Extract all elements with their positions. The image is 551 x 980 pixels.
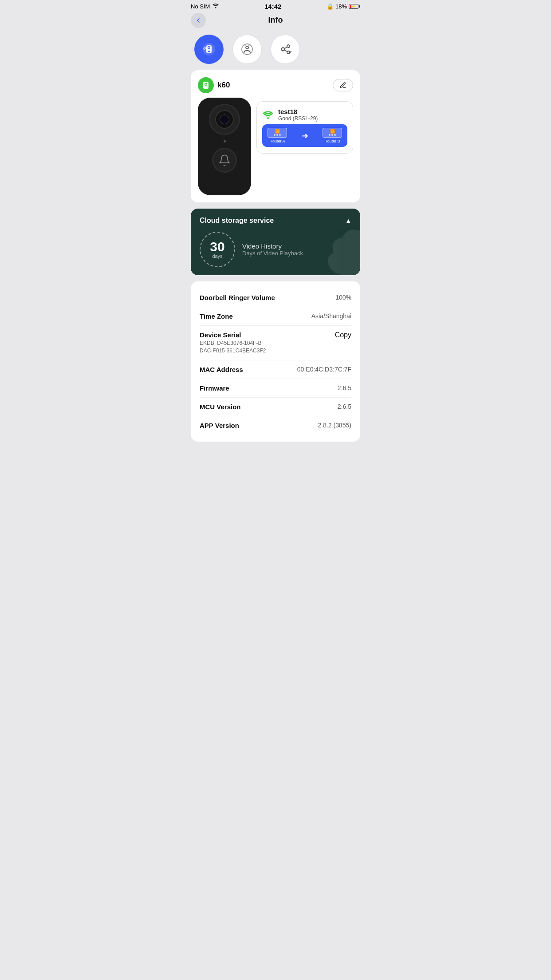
edit-button[interactable] bbox=[333, 79, 353, 91]
info-label: Time Zone bbox=[200, 312, 311, 320]
info-label-col: Doorbell Ringer Volume bbox=[200, 294, 335, 301]
svg-point-4 bbox=[208, 51, 210, 52]
days-label: days bbox=[212, 253, 222, 259]
info-label-col: APP Version bbox=[200, 422, 318, 429]
svg-point-9 bbox=[282, 48, 285, 51]
info-value: Asia/Shanghai bbox=[311, 312, 351, 320]
device-image-area bbox=[198, 98, 251, 195]
wifi-quality: Good (RSSI -29) bbox=[278, 115, 318, 122]
back-button[interactable] bbox=[191, 13, 206, 28]
info-row: MCU Version2.6.5 bbox=[200, 398, 351, 416]
battery-percent: 18% bbox=[335, 3, 347, 10]
wifi-ssid: test18 bbox=[278, 108, 318, 115]
svg-point-6 bbox=[246, 46, 248, 49]
info-label-col: Firmware bbox=[200, 384, 338, 392]
cloud-storage-card[interactable]: Cloud storage service ▲ 30 days Video Hi… bbox=[191, 209, 360, 275]
info-label: Firmware bbox=[200, 384, 338, 392]
tab-row bbox=[184, 29, 367, 70]
info-label: MCU Version bbox=[200, 403, 338, 411]
svg-point-10 bbox=[287, 51, 290, 54]
router-a-label: Router A bbox=[269, 139, 285, 143]
svg-point-15 bbox=[267, 117, 269, 119]
info-label: APP Version bbox=[200, 422, 318, 429]
doorbell-dot bbox=[224, 140, 226, 142]
info-label-col: MCU Version bbox=[200, 403, 338, 411]
device-header: k60 bbox=[198, 77, 353, 93]
status-left: No SIM bbox=[191, 3, 219, 10]
device-logo bbox=[198, 77, 214, 93]
device-name-row: k60 bbox=[198, 77, 230, 93]
device-body: test18 Good (RSSI -29) 📶 Router A bbox=[198, 98, 353, 195]
svg-point-3 bbox=[209, 47, 210, 48]
router-arrow-icon: ➜ bbox=[302, 131, 308, 141]
info-value: 00:E0:4C:D3:7C:7F bbox=[297, 366, 351, 373]
tab-share[interactable] bbox=[271, 35, 300, 64]
days-number: 30 bbox=[210, 240, 224, 253]
camera-inner bbox=[215, 110, 234, 129]
cloud-bg-decoration bbox=[272, 217, 360, 275]
router-banner: 📶 Router A ➜ 📶 bbox=[262, 124, 347, 147]
info-row[interactable]: Device SerialEKDB_D45E3076-104F-B DAC-F0… bbox=[200, 326, 351, 360]
info-label: Doorbell Ringer Volume bbox=[200, 294, 335, 301]
svg-point-14 bbox=[205, 87, 207, 88]
status-time: 14:42 bbox=[264, 3, 281, 10]
carrier-label: No SIM bbox=[191, 3, 210, 10]
info-value: 100% bbox=[335, 294, 351, 301]
tab-info[interactable] bbox=[194, 35, 224, 64]
info-label: Device Serial bbox=[200, 331, 335, 339]
router-a-box: 📶 bbox=[268, 128, 287, 138]
info-row: Time ZoneAsia/Shanghai bbox=[200, 307, 351, 326]
cloud-storage-title: Cloud storage service bbox=[200, 217, 274, 225]
wifi-status-icon bbox=[212, 3, 219, 10]
info-value: 2.8.2 (3855) bbox=[318, 422, 352, 429]
doorbell-image bbox=[198, 98, 251, 195]
device-card: k60 bbox=[191, 70, 360, 202]
info-label-col: Time Zone bbox=[200, 312, 311, 320]
wifi-info: test18 Good (RSSI -29) bbox=[278, 108, 318, 122]
info-label-col: MAC Address bbox=[200, 366, 297, 373]
copy-button[interactable]: Copy bbox=[335, 331, 351, 339]
header: Info bbox=[184, 12, 367, 29]
wifi-card: test18 Good (RSSI -29) 📶 Router A bbox=[256, 101, 353, 154]
battery-icon: ⚡ bbox=[349, 4, 360, 9]
lock-icon: 🔒 bbox=[327, 3, 334, 10]
tab-activity[interactable] bbox=[232, 35, 262, 64]
svg-point-13 bbox=[205, 84, 207, 85]
info-value: 2.6.5 bbox=[338, 384, 351, 391]
info-row: MAC Address00:E0:4C:D3:7C:7F bbox=[200, 360, 351, 379]
status-right: 🔒 18% ⚡ bbox=[327, 3, 360, 10]
status-bar: No SIM 14:42 🔒 18% ⚡ bbox=[184, 0, 367, 12]
router-b: 📶 Router B bbox=[323, 128, 342, 143]
svg-point-8 bbox=[287, 45, 290, 47]
days-circle: 30 days bbox=[200, 232, 235, 267]
camera-lens bbox=[220, 115, 229, 124]
info-sub: EKDB_D45E3076-104F-B DAC-F015-361C4BEAC3… bbox=[200, 340, 335, 355]
info-label: MAC Address bbox=[200, 366, 297, 373]
wifi-signal-icon bbox=[262, 111, 274, 119]
info-value: 2.6.5 bbox=[338, 403, 351, 410]
doorbell-bell bbox=[212, 148, 237, 173]
wifi-card-header: test18 Good (RSSI -29) bbox=[262, 108, 347, 122]
info-card: Doorbell Ringer Volume100%Time ZoneAsia/… bbox=[191, 281, 360, 442]
router-b-box: 📶 bbox=[323, 128, 342, 138]
router-b-label: Router B bbox=[324, 139, 340, 143]
info-row: APP Version2.8.2 (3855) bbox=[200, 416, 351, 435]
device-name: k60 bbox=[217, 81, 230, 90]
camera-ring bbox=[209, 104, 240, 135]
info-label-col: Device SerialEKDB_D45E3076-104F-B DAC-F0… bbox=[200, 331, 335, 355]
info-row: Doorbell Ringer Volume100% bbox=[200, 288, 351, 307]
page-title: Info bbox=[268, 16, 283, 25]
info-row: Firmware2.6.5 bbox=[200, 379, 351, 398]
router-a: 📶 Router A bbox=[268, 128, 287, 143]
